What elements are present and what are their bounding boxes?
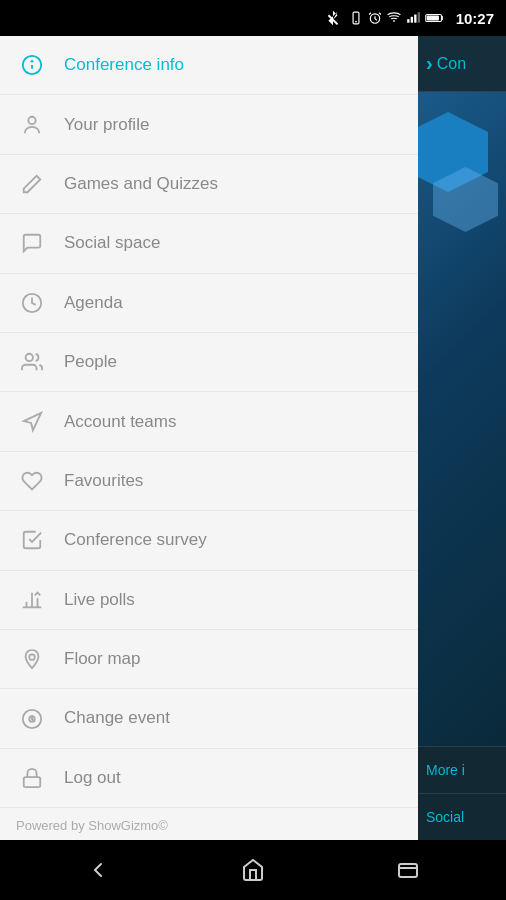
menu-item-live-polls[interactable]: Live polls — [0, 571, 418, 630]
back-icon — [86, 858, 110, 882]
menu-item-social-space[interactable]: Social space — [0, 214, 418, 273]
lock-icon — [16, 762, 48, 794]
menu-label-favourites: Favourites — [64, 471, 143, 491]
main-container: Conference info Your profile Games and Q… — [0, 36, 506, 840]
location-icon — [16, 643, 48, 675]
check-circle-icon — [16, 524, 48, 556]
menu-item-games-quizzes[interactable]: Games and Quizzes — [0, 155, 418, 214]
menu-label-agenda: Agenda — [64, 293, 123, 313]
branding: Powered by ShowGizmo© — [0, 808, 418, 840]
svg-point-15 — [26, 354, 33, 361]
clock-icon — [16, 287, 48, 319]
right-panel: › Con More i Social — [418, 36, 506, 840]
svg-rect-9 — [426, 16, 438, 21]
hex-graphic — [418, 112, 506, 252]
svg-rect-5 — [410, 17, 412, 23]
menu-label-games-quizzes: Games and Quizzes — [64, 174, 218, 194]
right-panel-footer: More i Social — [418, 746, 506, 840]
menu-item-people[interactable]: People — [0, 333, 418, 392]
menu-label-social-space: Social space — [64, 233, 160, 253]
info-icon — [16, 49, 48, 81]
signal-icon — [406, 11, 420, 25]
menu-item-floor-map[interactable]: Floor map — [0, 630, 418, 689]
svg-rect-24 — [399, 864, 417, 877]
nav-home-button[interactable] — [228, 850, 278, 890]
alarm-icon — [368, 11, 382, 25]
svg-point-3 — [393, 20, 395, 22]
menu-label-conference-info: Conference info — [64, 55, 184, 75]
svg-rect-23 — [24, 777, 41, 787]
menu-label-floor-map: Floor map — [64, 649, 141, 669]
menu-label-log-out: Log out — [64, 768, 121, 788]
status-icons: 10:27 — [322, 7, 494, 29]
menu-item-account-teams[interactable]: Account teams — [0, 392, 418, 451]
menu-item-change-event[interactable]: Change event — [0, 689, 418, 748]
nav-recent-button[interactable] — [383, 850, 433, 890]
branding-text: Powered by ShowGizmo© — [16, 818, 168, 833]
home-icon — [241, 858, 265, 882]
chat-icon — [16, 227, 48, 259]
right-header-text: Con — [437, 55, 466, 73]
wifi-icon — [387, 11, 401, 25]
pencil-icon — [16, 168, 48, 200]
menu-panel: Conference info Your profile Games and Q… — [0, 36, 418, 840]
right-panel-header[interactable]: › Con — [418, 36, 506, 92]
menu-label-live-polls: Live polls — [64, 590, 135, 610]
menu-label-conference-survey: Conference survey — [64, 530, 207, 550]
menu-item-your-profile[interactable]: Your profile — [0, 95, 418, 154]
megaphone-icon — [16, 406, 48, 438]
menu-item-conference-survey[interactable]: Conference survey — [0, 511, 418, 570]
phone-icon — [349, 11, 363, 25]
menu-item-log-out[interactable]: Log out — [0, 749, 418, 808]
recent-icon — [396, 858, 420, 882]
right-footer-social[interactable]: Social — [418, 793, 506, 840]
right-panel-image — [418, 92, 506, 746]
chevron-right-icon: › — [426, 52, 433, 75]
people-icon — [16, 346, 48, 378]
svg-rect-6 — [414, 15, 416, 23]
svg-point-13 — [28, 116, 35, 123]
battery-icon — [425, 11, 445, 25]
bluetooth-icon — [322, 7, 344, 29]
right-footer-more-text: More i — [426, 762, 465, 778]
nav-back-button[interactable] — [73, 850, 123, 890]
heart-icon — [16, 465, 48, 497]
menu-item-agenda[interactable]: Agenda — [0, 274, 418, 333]
svg-rect-4 — [407, 19, 409, 23]
svg-point-20 — [29, 655, 35, 661]
status-bar: 10:27 — [0, 0, 506, 36]
menu-label-your-profile: Your profile — [64, 115, 149, 135]
menu-item-favourites[interactable]: Favourites — [0, 452, 418, 511]
menu-label-change-event: Change event — [64, 708, 170, 728]
person-icon — [16, 109, 48, 141]
menu-label-account-teams: Account teams — [64, 412, 176, 432]
chart-icon — [16, 584, 48, 616]
refresh-icon — [16, 703, 48, 735]
menu-item-conference-info[interactable]: Conference info — [0, 36, 418, 95]
right-footer-more[interactable]: More i — [418, 746, 506, 793]
nav-bar — [0, 840, 506, 900]
right-footer-social-text: Social — [426, 809, 464, 825]
menu-label-people: People — [64, 352, 117, 372]
svg-rect-7 — [417, 12, 419, 23]
status-time: 10:27 — [456, 10, 494, 27]
